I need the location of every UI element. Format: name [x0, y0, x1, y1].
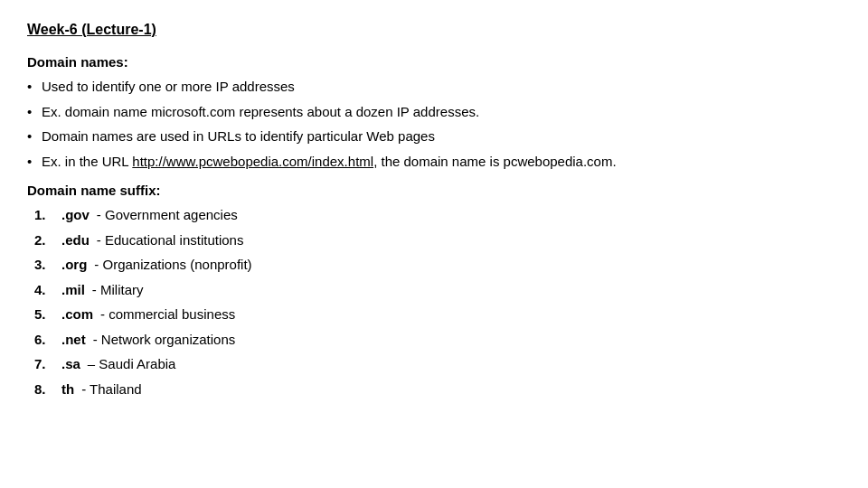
suffix-key: .edu: [61, 230, 90, 251]
suffix-key: .org: [61, 255, 87, 276]
suffix-key: .mil: [61, 280, 85, 301]
suffix-number: 5.: [34, 305, 54, 325]
suffix-desc: – Saudi Arabia: [88, 354, 176, 375]
suffix-list: 1..gov - Government agencies2..edu - Edu…: [34, 205, 841, 399]
bullet-item-4: Ex. in the URL http://www.pcwebopedia.co…: [27, 152, 841, 173]
suffix-number: 1.: [34, 205, 54, 226]
suffix-number: 4.: [34, 280, 54, 301]
suffix-desc: - commercial business: [100, 305, 235, 325]
domain-names-section: Domain names: Used to identify one or mo…: [27, 54, 841, 172]
bullet-4-after: , the domain name is pcwebopedia.com.: [373, 154, 616, 169]
suffix-number: 6.: [34, 330, 54, 351]
suffix-desc: - Network organizations: [93, 330, 236, 351]
domain-suffix-section: Domain name suffix: 1..gov - Government …: [27, 183, 841, 399]
suffix-number: 2.: [34, 230, 54, 251]
pcwebopedia-link[interactable]: http://www.pcwebopedia.com/index.html: [132, 154, 373, 169]
bullet-list: Used to identify one or more IP addresse…: [27, 77, 841, 172]
suffix-number: 8.: [34, 380, 54, 400]
suffix-item: 3..org - Organizations (nonprofit): [34, 255, 841, 276]
suffix-desc: - Educational institutions: [97, 230, 244, 251]
suffix-item: 2..edu - Educational institutions: [34, 230, 841, 251]
suffix-item: 7..sa – Saudi Arabia: [34, 354, 841, 375]
suffix-key: .gov: [61, 205, 90, 226]
suffix-number: 7.: [34, 354, 54, 375]
suffix-desc: - Thailand: [81, 380, 141, 400]
bullet-item-2: Ex. domain name microsoft.com represents…: [27, 102, 841, 123]
suffix-item: 1..gov - Government agencies: [34, 205, 841, 226]
suffix-item: 8.th - Thailand: [34, 380, 841, 400]
suffix-key: .com: [61, 305, 93, 325]
bullet-item-3: Domain names are used in URLs to identif…: [27, 127, 841, 147]
page-title: Week-6 (Lecture-1): [27, 22, 841, 38]
suffix-desc: - Military: [92, 280, 144, 301]
suffix-item: 5..com - commercial business: [34, 305, 841, 325]
suffix-key: th: [61, 380, 74, 400]
domain-names-label: Domain names:: [27, 54, 841, 70]
suffix-number: 3.: [34, 255, 54, 276]
suffix-item: 6..net - Network organizations: [34, 330, 841, 351]
suffix-desc: - Government agencies: [97, 205, 238, 226]
suffix-item: 4..mil - Military: [34, 280, 841, 301]
suffix-key: .net: [61, 330, 86, 351]
suffix-title: Domain name suffix:: [27, 183, 841, 198]
suffix-desc: - Organizations (nonprofit): [94, 255, 251, 276]
suffix-key: .sa: [61, 354, 80, 375]
bullet-item-1: Used to identify one or more IP addresse…: [27, 77, 841, 98]
